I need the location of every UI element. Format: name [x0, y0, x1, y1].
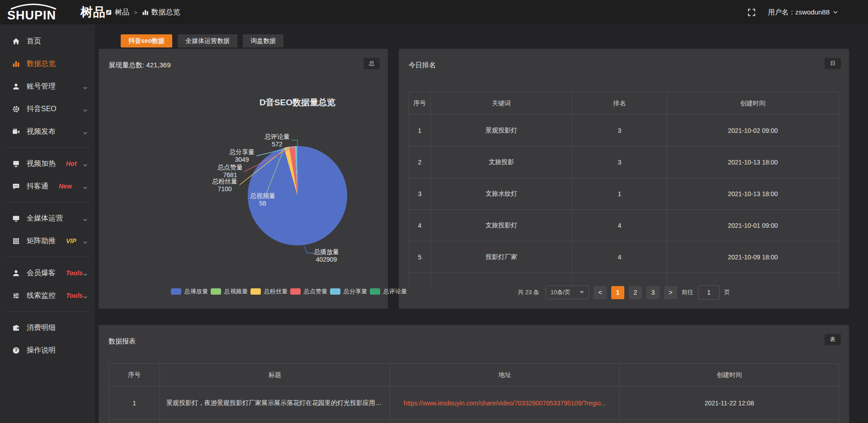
camera-icon [12, 128, 20, 136]
sidebar-item-video-publish[interactable]: 视频发布 [0, 120, 95, 143]
prev-page-button[interactable]: < [594, 286, 607, 299]
gear-icon [12, 105, 20, 113]
sidebar-group: 全媒体运营矩阵助推VIP [0, 205, 95, 254]
sidebar-divider [5, 202, 90, 202]
page-button-2[interactable]: 2 [629, 286, 642, 299]
column-header: 关键词 [430, 92, 572, 115]
table-row: 1景观投影灯，夜游景观投影灯厂家展示展示落花灯在花园里的灯光投影应用效果 #ht… [109, 386, 839, 420]
table-cell: 2021-10-01 09:00 [667, 210, 839, 241]
fullscreen-icon[interactable] [747, 8, 756, 17]
page-size-select[interactable]: 10条/页 [546, 286, 589, 299]
table-row: 4文旅投影灯42021-10-01 09:00 [409, 210, 839, 241]
table-header-row: 序号标题地址创建时间 [109, 364, 839, 386]
sidebar-item-label: 全媒体运营 [27, 214, 63, 223]
sidebar-group: 视频加热Hot抖客通New [0, 150, 95, 199]
sidebar-group: 会员爆客Tools线索监控Tools [0, 260, 95, 309]
pie-label-0: 总播放量402909 [309, 248, 344, 263]
sidebar-item-matrix-boost[interactable]: 矩阵助推VIP [0, 230, 95, 252]
legend-item[interactable]: 总点赞量 [290, 287, 327, 296]
breadcrumb-root[interactable]: 树品 [105, 8, 129, 17]
legend-item[interactable]: 总分享量 [330, 287, 367, 296]
question-icon: ? [12, 347, 20, 354]
tab-inquiry-data[interactable]: 询盘数据 [243, 34, 283, 47]
pie-label-name: 总视频量 [245, 192, 280, 200]
legend-item[interactable]: 总粉丝量 [250, 287, 288, 296]
chevron-down-icon [83, 129, 88, 137]
table-cell: 2021-11-22 12:08 [620, 386, 839, 420]
pie-label-value: 402909 [309, 256, 344, 263]
sidebar-item-account-manage[interactable]: 账号管理 [0, 75, 95, 98]
breadcrumb-separator: > [134, 9, 137, 16]
next-page-button[interactable]: > [664, 286, 677, 299]
legend-label: 总播放量 [184, 287, 208, 296]
logo-cn-text: 树品 [80, 4, 106, 20]
legend-item[interactable]: 总评论量 [370, 287, 407, 296]
table-cell: 文旅水纹灯 [430, 178, 572, 210]
sidebar-item-badge: VIP [66, 237, 76, 244]
table-row-empty [109, 420, 839, 423]
table-cell: 2021-10-02 09:00 [667, 115, 839, 146]
ranking-corner-button[interactable]: 日 [825, 58, 841, 69]
pie-label-value: 572 [260, 141, 294, 148]
report-table: 序号标题地址创建时间1景观投影灯，夜游景观投影灯厂家展示展示落花灯在花园里的灯光… [108, 363, 839, 423]
bar-chart-icon [142, 9, 149, 16]
sidebar-divider [5, 311, 90, 312]
pagination-total: 共 23 条 [518, 288, 539, 296]
user-menu[interactable]: 用户名：zswodun88 [768, 8, 838, 17]
sidebar-item-data-overview[interactable]: 数据总览 [0, 52, 95, 75]
sidebar-divider [5, 147, 90, 148]
video-link[interactable]: https://www.iesdouyin.com/share/video/70… [404, 400, 606, 407]
overview-panel: 展现量总数: 421,369 总 D音SEO数据量总览 总播放量402909总视… [99, 49, 388, 309]
legend-item[interactable]: 总播放量 [171, 287, 208, 296]
ranking-panel: 今日排名 日 序号关键词排名创建时间1景观投影灯32021-10-02 09:0… [399, 49, 849, 309]
sidebar-item-label: 账号管理 [27, 82, 56, 91]
pie-label-name: 总评论量 [260, 133, 294, 141]
pie-label-name: 总分享量 [225, 148, 259, 156]
svg-text:?: ? [14, 348, 17, 353]
sidebar-item-label: 数据总览 [27, 59, 56, 69]
overview-corner-button[interactable]: 总 [363, 58, 380, 69]
table-row: 3文旅水纹灯12021-10-13 18:00 [409, 178, 839, 210]
legend-item[interactable]: 总视频量 [211, 287, 248, 296]
legend-label: 总视频量 [224, 287, 248, 296]
legend-swatch [171, 288, 181, 295]
legend-swatch [330, 288, 340, 295]
report-panel: 数据报表 表 序号标题地址创建时间1景观投影灯，夜游景观投影灯厂家展示展示落花灯… [99, 325, 849, 423]
chevron-down-icon [833, 9, 838, 15]
chart-legend: 总播放量总视频量总粉丝量总点赞量总分享量总评论量 [171, 287, 397, 296]
table-cell: 文旅投影 [430, 146, 572, 178]
sidebar-item-douyin-seo[interactable]: 抖音SEO [0, 98, 95, 120]
legend-swatch [250, 288, 261, 295]
chevron-down-icon [83, 293, 88, 301]
sidebar-item-douketong[interactable]: 抖客通New [0, 175, 95, 197]
page-button-1[interactable]: 1 [611, 286, 624, 299]
report-corner-button[interactable]: 表 [825, 334, 841, 345]
sidebar-item-video-heat[interactable]: 视频加热Hot [0, 152, 95, 175]
sidebar-item-badge: Tools [66, 292, 83, 299]
pie-label-1: 总视频量58 [245, 192, 280, 207]
table-cell [109, 420, 160, 423]
page-button-3[interactable]: 3 [646, 286, 660, 299]
sidebar-item-media-ops[interactable]: 全媒体运营 [0, 207, 95, 230]
ranking-data-table: 序号关键词排名创建时间1景观投影灯32021-10-02 09:002文旅投影3… [409, 92, 839, 286]
table-row: 2文旅投影32021-10-13 18:00 [409, 146, 839, 178]
column-header: 标题 [160, 364, 390, 386]
sidebar-item-consume-detail[interactable]: 消费明细 [0, 316, 95, 339]
sidebar-item-member-baoke[interactable]: 会员爆客Tools [0, 262, 95, 284]
sidebar-item-operation-guide[interactable]: ?操作说明 [0, 339, 95, 362]
overview-panel-title: 展现量总数: 421,369 [108, 61, 171, 70]
table-header-row: 序号关键词排名创建时间 [409, 92, 839, 115]
chevron-down-icon [83, 239, 88, 247]
sidebar-item-clue-monitor[interactable]: 线索监控Tools [0, 284, 95, 307]
sidebar-item-home[interactable]: 首页 [0, 30, 95, 52]
legend-label: 总点赞量 [304, 287, 327, 296]
goto-page-input[interactable] [698, 285, 720, 300]
chevron-down-icon [83, 184, 88, 192]
tab-douyin-seo-data[interactable]: 抖音seo数据 [121, 34, 172, 47]
user-icon [12, 83, 20, 90]
table-cell: 3 [572, 115, 667, 146]
pie-label-4: 总分享量3049 [225, 148, 259, 164]
table-cell: https://www.iesdouyin.com/share/video/70… [390, 386, 620, 420]
sidebar-item-label: 操作说明 [27, 346, 56, 355]
tab-media-ops-data[interactable]: 全媒体运营数据 [178, 34, 237, 47]
